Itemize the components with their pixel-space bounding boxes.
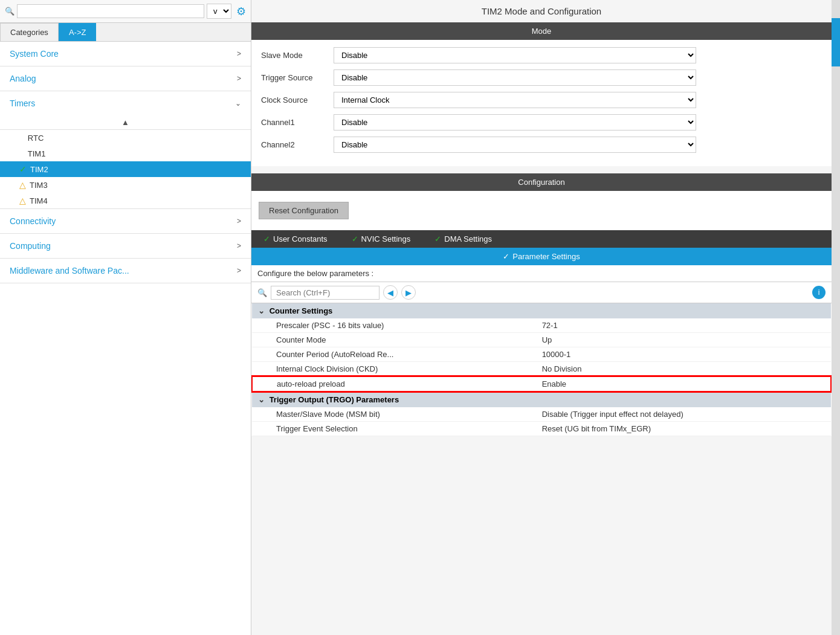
- mode-content: Slave Mode Disable Trigger Source Disabl…: [251, 40, 832, 166]
- param-value-trigger-event[interactable]: Reset (UG bit from TIMx_EGR): [536, 422, 831, 436]
- sidebar-item-tim2[interactable]: ✓ TIM2: [0, 161, 251, 177]
- param-value-auto-reload[interactable]: Enable: [536, 376, 831, 392]
- trigger-source-select[interactable]: Disable: [334, 69, 696, 86]
- param-row-auto-reload: auto-reload preload Enable: [252, 376, 831, 392]
- config-section: Configuration Reset Configuration ✓ User…: [251, 173, 832, 436]
- param-value-msm[interactable]: Disable (Trigger input effect not delaye…: [536, 407, 831, 422]
- info-button[interactable]: i: [812, 286, 825, 299]
- group-trigger-output: ⌄ Trigger Output (TRGO) Parameters: [252, 392, 831, 407]
- active-tab-row: ✓ Parameter Settings: [251, 248, 832, 265]
- group-counter-settings: ⌄ Counter Settings: [252, 303, 831, 318]
- param-row-msm: Master/Slave Mode (MSM bit) Disable (Tri…: [252, 407, 831, 422]
- check-icon-nvic: ✓: [352, 234, 358, 243]
- category-computing: Computing >: [0, 234, 251, 259]
- channel2-select[interactable]: Disable: [334, 137, 696, 153]
- tab-label-dma: DMA Settings: [444, 234, 492, 243]
- check-icon-user-constants: ✓: [263, 234, 270, 243]
- gear-icon[interactable]: ⚙: [236, 5, 246, 18]
- scrollbar-thumb[interactable]: [832, 18, 840, 66]
- category-header-timers[interactable]: Timers ⌄: [0, 91, 251, 115]
- tab-a-to-z[interactable]: A->Z: [59, 23, 97, 41]
- channel1-select[interactable]: Disable: [334, 114, 696, 131]
- spacer-icon: [19, 133, 24, 143]
- group-label-trigger-output: Trigger Output (TRGO) Parameters: [270, 395, 399, 404]
- category-label-timers: Timers: [10, 98, 35, 108]
- param-row-prescaler: Prescaler (PSC - 16 bits value) 72-1: [252, 318, 831, 333]
- params-label: Configure the below parameters :: [251, 265, 832, 282]
- timers-sub-list: ▲ RTC TIM1 ✓ TIM2 △: [0, 115, 251, 208]
- nav-prev-button[interactable]: ◀: [383, 285, 398, 300]
- reset-btn-wrapper: Reset Configuration: [251, 191, 832, 230]
- slave-mode-select[interactable]: Disable: [334, 47, 696, 63]
- tab-dma-settings[interactable]: ✓ DMA Settings: [422, 230, 504, 248]
- channel1-label: Channel1: [261, 118, 334, 127]
- param-name-auto-reload: auto-reload preload: [252, 376, 536, 392]
- warning-icon-tim3: △: [19, 180, 26, 190]
- tab-label-parameter-settings: Parameter Settings: [512, 252, 580, 261]
- chevron-right-icon: >: [237, 242, 241, 250]
- tab-categories[interactable]: Categories: [0, 23, 59, 41]
- sidebar-item-rtc[interactable]: RTC: [0, 130, 251, 146]
- category-connectivity: Connectivity >: [0, 209, 251, 234]
- sidebar-item-tim1[interactable]: TIM1: [0, 146, 251, 161]
- param-row-counter-mode: Counter Mode Up: [252, 333, 831, 347]
- clock-source-select[interactable]: Internal Clock: [334, 92, 696, 108]
- slave-mode-row: Slave Mode Disable: [261, 47, 822, 63]
- category-middleware: Middleware and Software Pac... >: [0, 259, 251, 283]
- param-row-trigger-event: Trigger Event Selection Reset (UG bit fr…: [252, 422, 831, 436]
- param-value-prescaler[interactable]: 72-1: [536, 318, 831, 333]
- nav-next-button[interactable]: ▶: [401, 285, 416, 300]
- page-title: TIM2 Mode and Configuration: [251, 0, 832, 22]
- collapse-trigger-output-icon[interactable]: ⌄: [258, 395, 265, 404]
- tab-user-constants[interactable]: ✓ User Constants: [251, 230, 340, 248]
- slave-mode-label: Slave Mode: [261, 51, 334, 60]
- category-header-computing[interactable]: Computing >: [0, 234, 251, 258]
- spacer-icon: [19, 149, 24, 158]
- category-label-middleware: Middleware and Software Pac...: [10, 266, 129, 276]
- parameter-table: ⌄ Counter Settings Prescaler (PSC - 16 b…: [251, 303, 832, 436]
- sidebar-item-tim4[interactable]: △ TIM4: [0, 193, 251, 208]
- search-bar: 🔍 v ⚙: [0, 0, 251, 23]
- collapse-counter-settings-icon[interactable]: ⌄: [258, 306, 265, 315]
- param-name-trigger-event: Trigger Event Selection: [252, 422, 536, 436]
- search-input[interactable]: [17, 4, 204, 18]
- category-system-core: System Core >: [0, 42, 251, 66]
- param-value-counter-mode[interactable]: Up: [536, 333, 831, 347]
- param-value-clock-division[interactable]: No Division: [536, 362, 831, 377]
- param-value-counter-period[interactable]: 10000-1: [536, 347, 831, 362]
- category-label-computing: Computing: [10, 241, 51, 251]
- params-search-bar: 🔍 ◀ ▶ i: [251, 282, 832, 303]
- tab-parameter-settings[interactable]: ✓ Parameter Settings: [491, 248, 592, 265]
- category-header-analog[interactable]: Analog >: [0, 66, 251, 91]
- group-label-counter-settings: Counter Settings: [270, 306, 333, 315]
- param-name-counter-period: Counter Period (AutoReload Re...: [252, 347, 536, 362]
- channel1-row: Channel1 Disable: [261, 114, 822, 131]
- clock-source-label: Clock Source: [261, 95, 334, 105]
- reset-configuration-button[interactable]: Reset Configuration: [259, 202, 349, 219]
- search-icon: 🔍: [5, 7, 15, 16]
- params-search-input[interactable]: [271, 286, 380, 300]
- chevron-right-icon: >: [237, 50, 241, 58]
- check-icon-dma: ✓: [435, 234, 441, 243]
- tab-nvic-settings[interactable]: ✓ NVIC Settings: [340, 230, 423, 248]
- right-scrollbar[interactable]: [832, 0, 840, 635]
- config-header: Configuration: [251, 173, 832, 191]
- chevron-down-icon: ⌄: [235, 99, 241, 108]
- param-name-counter-mode: Counter Mode: [252, 333, 536, 347]
- param-name-msm: Master/Slave Mode (MSM bit): [252, 407, 536, 422]
- sidebar-item-label-tim4: TIM4: [30, 196, 48, 205]
- category-header-middleware[interactable]: Middleware and Software Pac... >: [0, 259, 251, 283]
- warning-icon-tim4: △: [19, 196, 26, 205]
- category-analog: Analog >: [0, 66, 251, 91]
- category-label-analog: Analog: [10, 74, 36, 83]
- category-label-connectivity: Connectivity: [10, 216, 56, 226]
- scroll-up-button[interactable]: ▲: [0, 115, 251, 130]
- sidebar-item-tim3[interactable]: △ TIM3: [0, 177, 251, 193]
- sidebar-item-label-tim3: TIM3: [30, 181, 48, 190]
- search-dropdown[interactable]: v: [207, 4, 231, 19]
- tab-label-user-constants: User Constants: [273, 234, 328, 243]
- trigger-source-label: Trigger Source: [261, 73, 334, 82]
- category-header-system-core[interactable]: System Core >: [0, 42, 251, 66]
- search-icon-params: 🔍: [257, 288, 267, 297]
- category-header-connectivity[interactable]: Connectivity >: [0, 209, 251, 233]
